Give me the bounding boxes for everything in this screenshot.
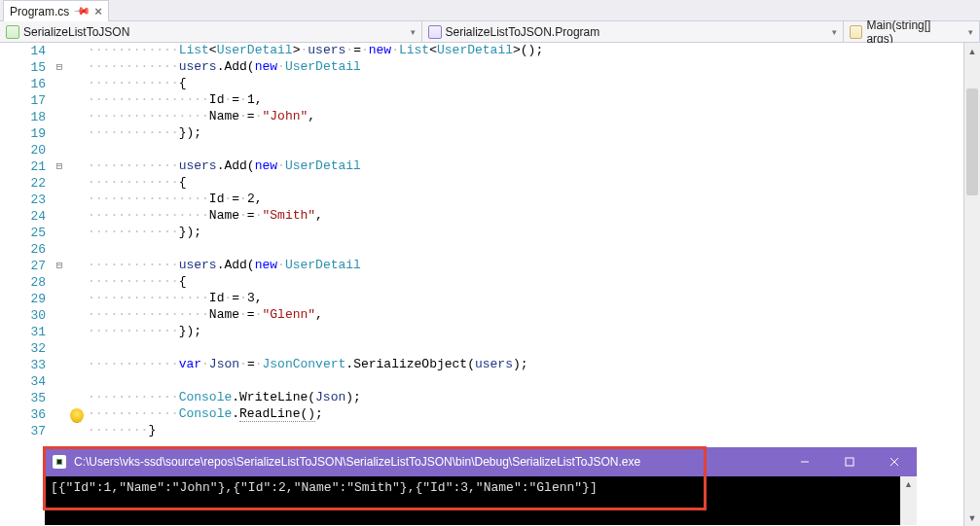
fold-toggle-icon[interactable]: ⊟ — [54, 62, 65, 73]
gutter-line: 18 — [0, 109, 88, 125]
gutter-line: 30 — [0, 307, 88, 324]
line-number: 23 — [0, 193, 54, 207]
console-scrollbar[interactable]: ▲ — [900, 476, 917, 525]
gutter-line: 22 — [0, 175, 88, 192]
scroll-up-arrow-icon[interactable]: ▲ — [900, 476, 917, 491]
code-line[interactable]: ················Id·=·3, — [88, 291, 963, 307]
maximize-icon — [845, 457, 854, 467]
chevron-down-icon: ▾ — [823, 27, 837, 37]
line-number: 22 — [0, 176, 54, 191]
gutter-line: 16 — [0, 76, 88, 92]
gutter-line: 37 — [0, 423, 88, 439]
method-icon — [850, 25, 862, 39]
console-app-icon — [53, 455, 66, 469]
line-number: 37 — [0, 424, 54, 438]
line-number: 18 — [0, 110, 54, 124]
code-line[interactable]: ············{ — [88, 76, 963, 92]
scroll-down-arrow-icon[interactable]: ▼ — [964, 509, 980, 526]
fold-toggle-icon[interactable]: ⊟ — [54, 261, 65, 271]
lightbulb-icon[interactable] — [70, 408, 84, 422]
scroll-thumb[interactable] — [966, 88, 978, 195]
console-output-text: [{"Id":1,"Name":"John"},{"Id":2,"Name":"… — [51, 480, 598, 495]
gutter-line: 17 — [0, 92, 88, 109]
chevron-down-icon: ▾ — [961, 27, 973, 37]
line-number: 21 — [0, 159, 54, 174]
gutter-line: 23 — [0, 192, 88, 208]
code-line[interactable]: ················Name·=·"John", — [88, 109, 963, 125]
line-number: 36 — [0, 407, 54, 422]
close-button[interactable] — [872, 447, 917, 476]
nav-method-dropdown[interactable]: Main(string[] args) ▾ — [844, 21, 980, 42]
scroll-track[interactable] — [964, 59, 980, 509]
line-number: 33 — [0, 358, 54, 372]
nav-project-label: SerializeListToJSON — [23, 25, 129, 39]
code-line[interactable]: ················Name·=·"Glenn", — [88, 307, 963, 324]
nav-method-label: Main(string[] args) — [866, 18, 956, 46]
line-number: 24 — [0, 209, 54, 224]
code-line[interactable]: ················Id·=·1, — [88, 92, 963, 109]
csharp-project-icon — [6, 25, 19, 39]
code-line[interactable]: ············users.Add(new·UserDetail — [88, 59, 963, 76]
code-line[interactable]: ············{ — [88, 175, 963, 192]
maximize-button[interactable] — [827, 447, 872, 476]
code-line[interactable]: ············Console.WriteLine(Json); — [88, 390, 963, 406]
line-number: 32 — [0, 341, 54, 356]
code-line[interactable]: ············}); — [88, 324, 963, 340]
gutter-line: 25 — [0, 225, 88, 241]
code-line[interactable]: ············var·Json·=·JsonConvert.Seria… — [88, 357, 963, 373]
code-nav-bar: SerializeListToJSON ▾ SerializeListToJSO… — [0, 21, 980, 43]
gutter-line: 32 — [0, 340, 88, 357]
code-line[interactable]: ········} — [88, 423, 963, 439]
close-icon[interactable]: × — [94, 5, 102, 18]
nav-project-dropdown[interactable]: SerializeListToJSON ▾ — [0, 21, 422, 42]
gutter-line: 28 — [0, 274, 88, 291]
minimize-icon — [800, 457, 810, 467]
document-tab-bar: Program.cs 📌 × — [0, 0, 980, 21]
line-number: 28 — [0, 275, 54, 290]
gutter-line: 34 — [0, 373, 88, 390]
scroll-up-arrow-icon[interactable]: ▲ — [964, 43, 980, 59]
line-number: 27 — [0, 259, 54, 273]
code-line[interactable]: ············{ — [88, 274, 963, 291]
gutter-line: 31 — [0, 324, 88, 340]
code-line[interactable] — [88, 373, 963, 390]
code-line[interactable]: ············}); — [88, 125, 963, 142]
gutter-line: 24 — [0, 208, 88, 225]
code-line[interactable] — [88, 142, 963, 158]
pin-icon[interactable]: 📌 — [73, 2, 91, 20]
gutter-line: 27⊟ — [0, 258, 88, 274]
line-number: 17 — [0, 93, 54, 108]
code-line[interactable]: ············Console.ReadLine(); — [88, 406, 963, 423]
vertical-scrollbar[interactable]: ▲ ▼ — [963, 43, 980, 526]
line-number: 20 — [0, 143, 54, 158]
line-number: 25 — [0, 226, 54, 240]
console-window: C:\Users\vks-ssd\source\repos\SerializeL… — [45, 447, 917, 525]
code-line[interactable]: ············users.Add(new·UserDetail — [88, 158, 963, 175]
code-line[interactable] — [88, 340, 963, 357]
console-output: [{"Id":1,"Name":"John"},{"Id":2,"Name":"… — [45, 476, 917, 525]
code-line[interactable]: ············List<UserDetail>·users·=·new… — [88, 43, 963, 59]
line-number: 14 — [0, 44, 54, 58]
code-line[interactable]: ················Name·=·"Smith", — [88, 208, 963, 225]
code-line[interactable]: ············users.Add(new·UserDetail — [88, 258, 963, 274]
gutter-line: 15⊟ — [0, 59, 88, 76]
document-tab-program[interactable]: Program.cs 📌 × — [3, 0, 109, 21]
fold-toggle-icon[interactable]: ⊟ — [54, 161, 65, 172]
gutter-line: 29 — [0, 291, 88, 307]
code-line[interactable]: ············}); — [88, 225, 963, 241]
minimize-button[interactable] — [782, 447, 827, 476]
chevron-down-icon: ▾ — [402, 27, 416, 37]
line-number: 29 — [0, 292, 54, 306]
console-titlebar[interactable]: C:\Users\vks-ssd\source\repos\SerializeL… — [45, 447, 917, 476]
line-number: 35 — [0, 391, 54, 405]
gutter-line: 19 — [0, 125, 88, 142]
line-number: 26 — [0, 242, 54, 257]
console-title: C:\Users\vks-ssd\source\repos\SerializeL… — [74, 455, 775, 469]
gutter-line: 33 — [0, 357, 88, 373]
gutter-line: 14 — [0, 43, 88, 59]
gutter-line: 21⊟ — [0, 158, 88, 175]
nav-class-dropdown[interactable]: SerializeListToJSON.Program ▾ — [422, 21, 845, 42]
code-line[interactable] — [88, 241, 963, 258]
code-line[interactable]: ················Id·=·2, — [88, 192, 963, 208]
class-icon — [428, 25, 442, 39]
